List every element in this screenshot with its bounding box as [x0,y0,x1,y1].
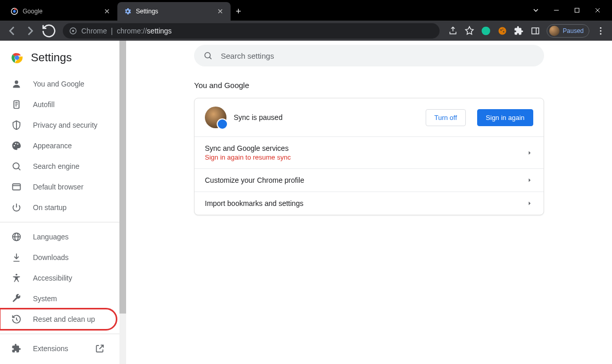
gear-icon [124,7,132,15]
close-icon[interactable]: ✕ [103,7,111,15]
google-favicon-icon [10,7,19,15]
svg-point-21 [15,80,19,84]
sidebar-item-label: Accessibility [33,274,72,282]
svg-point-26 [14,145,15,147]
sidebar-item-languages[interactable]: Languages [0,227,116,247]
external-link-icon [95,343,105,354]
svg-point-10 [501,29,502,31]
svg-point-27 [15,143,16,145]
turn-off-button[interactable]: Turn off [426,109,466,126]
svg-rect-13 [532,28,539,34]
tab-settings[interactable]: Settings ✕ [117,2,231,21]
row-label: Sync and Google services [205,144,289,152]
sidepanel-icon[interactable] [530,26,540,36]
sidebar-item-label: Reset and clean up [33,315,95,323]
power-icon [11,202,22,213]
chevron-right-icon [526,149,533,157]
back-button[interactable] [4,23,20,39]
toolbar-actions: Paused [446,24,608,38]
svg-line-30 [19,168,21,170]
svg-point-17 [600,33,602,34]
sidebar-item-label: Default browser [33,183,83,191]
section-title: You and Google [194,81,544,90]
sidebar-item-default browser[interactable]: Default browser [0,177,116,197]
new-tab-button[interactable]: + [231,2,247,21]
address-bar[interactable]: Chrome | chrome://settings [63,23,440,39]
sidebar-item-label: System [33,294,57,303]
row-label: Import bookmarks and settings [205,199,303,207]
sidebar-item-label: Languages [33,233,68,241]
sidebar-item-label: You and Google [33,80,84,88]
sidebar-header: Settings [0,44,119,74]
sidebar-item-label: Appearance [33,142,72,150]
site-info-icon[interactable] [69,27,77,35]
sync-status-row: Sync is paused Turn off Sign in again [195,98,544,136]
search-icon [11,161,22,171]
maximize-icon[interactable] [573,6,581,14]
svg-point-16 [600,30,602,31]
sidebar-divider [0,334,119,334]
settings-row[interactable]: Sync and Google services Sign in again t… [195,136,544,168]
minimize-icon[interactable] [552,6,561,14]
chevron-right-icon [526,177,533,184]
svg-point-7 [72,30,74,32]
tab-strip: Google ✕ Settings ✕ + [4,2,247,21]
chrome-logo-icon [10,51,24,64]
sidebar-item-privacy and security[interactable]: Privacy and security [0,115,116,135]
sidebar-item-reset and clean up[interactable]: Reset and clean up [0,309,116,330]
sidebar-item-search engine[interactable]: Search engine [0,156,116,177]
sidebar-item-appearance[interactable]: Appearance [0,135,116,156]
tab-google[interactable]: Google ✕ [4,2,117,21]
profile-button[interactable]: Paused [547,24,589,38]
extensions-icon[interactable] [514,26,524,36]
bookmark-icon[interactable] [464,26,475,36]
sign-in-again-button[interactable]: Sign in again [477,109,533,126]
person-icon [11,79,22,89]
avatar-icon [549,26,559,36]
svg-point-12 [502,28,503,29]
search-settings[interactable]: Search settings [194,45,544,66]
sidebar-item-system[interactable]: System [0,288,116,309]
svg-point-15 [600,27,602,28]
page-content: Settings You and Google Autofill Privacy… [0,41,612,364]
sync-status-text: Sync is paused [234,113,418,122]
share-icon[interactable] [448,26,458,36]
accessibility-icon [11,273,22,283]
titlebar: Google ✕ Settings ✕ + [0,0,612,21]
settings-sidebar: Settings You and Google Autofill Privacy… [0,41,119,364]
chevron-right-icon [526,200,533,207]
search-icon [203,51,213,60]
sidebar-item-label: Downloads [33,253,68,262]
restore-icon [11,314,22,324]
sidebar-item-you and google[interactable]: You and Google [0,74,116,94]
tab-title: Google [23,8,99,15]
svg-point-36 [15,274,17,275]
extension-cookie-icon[interactable] [497,26,508,36]
sidebar-item-label: Search engine [33,162,79,170]
svg-point-9 [499,27,506,34]
close-window-icon[interactable] [593,6,602,14]
url-text: Chrome | chrome://settings [81,27,172,35]
settings-row[interactable]: Import bookmarks and settings [195,192,544,215]
sidebar-item-accessibility[interactable]: Accessibility [0,268,116,288]
download-icon [11,252,22,263]
browser-icon [11,182,22,192]
profile-status: Paused [563,27,584,34]
settings-row[interactable]: Customize your Chrome profile [195,168,544,192]
autofill-icon [11,99,22,110]
extension-grammarly-icon[interactable] [481,26,491,36]
sidebar-item-extensions[interactable]: Extensions [0,338,116,359]
sidebar-item-downloads[interactable]: Downloads [0,247,116,268]
sidebar-item-autofill[interactable]: Autofill [0,94,116,115]
svg-point-29 [13,163,19,169]
you-and-google-card: Sync is paused Turn off Sign in again Sy… [194,98,544,215]
menu-icon[interactable] [596,26,606,36]
chevron-down-icon[interactable] [532,6,540,14]
forward-button[interactable] [23,23,38,39]
tab-title: Settings [136,8,212,15]
svg-point-28 [17,143,19,145]
close-icon[interactable]: ✕ [216,7,224,15]
reload-button[interactable] [41,23,57,39]
sidebar-item-on startup[interactable]: On startup [0,197,116,218]
sidebar-scrollbar[interactable] [119,41,126,364]
